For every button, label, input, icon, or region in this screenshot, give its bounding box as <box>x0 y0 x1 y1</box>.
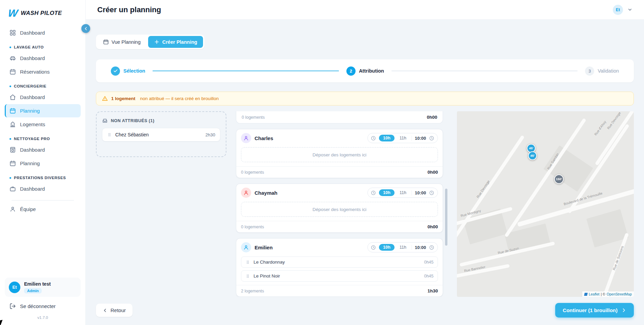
logo-icon: W <box>7 8 19 18</box>
sidebar-item-nettoyage-planning[interactable]: Planning <box>5 157 81 170</box>
unassigned-panel: NON ATTRIBUÉS (1) Chez Sébastien 2h30 <box>96 111 226 157</box>
openstreetmap-link[interactable]: OpenStreetMap <box>607 292 632 296</box>
unassigned-lodging-item[interactable]: Chez Sébastien 2h30 <box>102 128 220 141</box>
step-number-circle: 3 <box>585 66 594 76</box>
sidebar-item-dashboard[interactable]: Dashboard <box>5 26 81 39</box>
lodging-dropzone[interactable]: Déposer des logements ici <box>241 202 438 217</box>
start-time-value[interactable]: 10:00 <box>411 190 426 195</box>
step-connector <box>391 71 578 71</box>
lodging-name: Chez Sébastien <box>115 132 202 137</box>
user-avatar: Et <box>9 282 20 293</box>
sidebar-collapse-button[interactable] <box>81 24 90 33</box>
employee-card-chaymah: Chaymah 10h 11h 10:00 Déposer des logeme… <box>236 184 443 233</box>
section-title: LAVAGE AUTO <box>14 45 44 49</box>
role-badge: Admin <box>24 288 42 293</box>
sidebar-item-label: Réservations <box>20 69 50 75</box>
map-marker-45[interactable]: 45' <box>528 151 537 160</box>
sidebar-item-label: Équipe <box>20 206 36 212</box>
sidebar-item-conciergerie-dashboard[interactable]: Dashboard <box>5 91 81 104</box>
time-slot-selector: 10h 11h 10:00 <box>367 242 438 252</box>
slot-10h-button[interactable]: 10h <box>379 244 395 251</box>
map-marker-150[interactable]: 150' <box>554 174 564 184</box>
topbar-avatar[interactable]: Et <box>613 5 623 15</box>
time-slot-selector: 10h 11h 10:00 <box>367 188 438 198</box>
sidebar-item-equipe[interactable]: Équipe <box>5 203 81 216</box>
scrollbar-thumb[interactable] <box>445 189 447 246</box>
tab-creer-planning[interactable]: Créer Planning <box>148 36 203 48</box>
step-connector <box>153 71 339 71</box>
slot-11h-button[interactable]: 11h <box>398 244 408 251</box>
sidebar-user-card[interactable]: Et Emilien test Admin <box>5 278 81 297</box>
sidebar-item-prestations-dashboard[interactable]: Dashboard <box>5 182 81 195</box>
clock-icon[interactable] <box>429 136 434 141</box>
total-duration: 0h00 <box>427 224 438 229</box>
washing-machine-icon <box>9 147 16 153</box>
employee-avatar <box>241 188 251 198</box>
drag-handle-icon[interactable] <box>245 260 250 265</box>
sidebar-nav: Dashboard LAVAGE AUTO Dashboard Réservat… <box>0 26 85 216</box>
back-label: Retour <box>110 307 126 313</box>
sidebar-item-nettoyage-dashboard[interactable]: Dashboard <box>5 143 81 156</box>
lodging-count: 0 logements <box>242 115 265 120</box>
start-time-value[interactable]: 10:00 <box>411 136 426 141</box>
leaflet-icon <box>584 293 588 296</box>
sidebar-item-planning-active[interactable]: Planning <box>5 104 81 117</box>
slot-10h-button[interactable]: 10h <box>379 189 395 196</box>
sidebar-item-logements[interactable]: Logements <box>5 118 81 131</box>
sidebar-item-lavage-dashboard[interactable]: Dashboard <box>5 52 81 65</box>
employee-name: Chaymah <box>255 190 364 196</box>
logout-button[interactable]: Se déconnecter <box>0 299 85 313</box>
check-icon <box>113 69 118 73</box>
employee-name: Emilien <box>255 245 364 250</box>
chevron-down-icon[interactable] <box>627 7 632 12</box>
slot-11h-button[interactable]: 11h <box>398 189 408 196</box>
street-label: Rue d'Ahuy <box>593 120 607 136</box>
clock-icon[interactable] <box>371 245 376 250</box>
lodging-count: 0 logements <box>241 225 264 229</box>
drag-handle-icon[interactable] <box>107 132 112 137</box>
planning-tabs: Vue Planning Créer Planning <box>96 35 204 49</box>
slot-11h-button[interactable]: 11h <box>398 135 408 141</box>
map-attribution: Leaflet | © OpenStreetMap <box>582 291 634 297</box>
slot-10h-button[interactable]: 10h <box>379 135 395 141</box>
car-icon <box>9 55 16 61</box>
clock-icon[interactable] <box>371 136 376 141</box>
app-root: W WASH PILOTE Dashboard LAVAGE AUTO Dash… <box>0 0 644 325</box>
drag-handle-icon[interactable] <box>245 274 250 279</box>
tab-label: Créer Planning <box>162 39 197 45</box>
lodging-dropzone[interactable]: Déposer des logements ici <box>241 147 438 162</box>
step-selection[interactable]: Sélection <box>111 66 145 76</box>
calendar-icon <box>9 160 16 167</box>
tab-vue-planning[interactable]: Vue Planning <box>97 36 146 48</box>
clock-icon[interactable] <box>429 245 434 250</box>
unassigned-title: NON ATTRIBUÉS (1) <box>111 118 155 123</box>
employee-card-header: Charles 10h 11h 10:00 <box>236 129 443 147</box>
employee-name: Charles <box>255 135 364 141</box>
back-button[interactable]: Retour <box>96 304 133 317</box>
assigned-lodging-item[interactable]: Le Chardonnay 0h45 <box>241 256 438 268</box>
clock-icon[interactable] <box>429 190 434 195</box>
leaflet-link[interactable]: Leaflet <box>589 292 600 296</box>
sidebar: W WASH PILOTE Dashboard LAVAGE AUTO Dash… <box>0 0 86 325</box>
grid-icon <box>9 30 16 36</box>
continue-button[interactable]: Continuer (1 brouillon) <box>555 303 634 318</box>
attribution-columns: NON ATTRIBUÉS (1) Chez Sébastien 2h30 0 … <box>96 111 634 297</box>
chevron-left-icon <box>103 308 107 313</box>
step-attribution[interactable]: 2 Attribution <box>346 66 384 76</box>
section-bullet <box>9 138 11 140</box>
map-panel[interactable]: Rue Devosge Rue Devosge Rue d'Ahuy Rue S… <box>457 111 634 297</box>
start-time-value[interactable]: 10:00 <box>411 245 426 250</box>
sidebar-item-reservations[interactable]: Réservations <box>5 65 81 78</box>
sidebar-item-label: Dashboard <box>20 186 45 192</box>
assigned-lodging-item[interactable]: Le Pinot Noir 0h45 <box>241 270 438 282</box>
brand-logo[interactable]: W WASH PILOTE <box>0 0 85 26</box>
topbar-user-menu[interactable]: Et <box>613 5 632 15</box>
sidebar-item-label: Logements <box>20 121 45 127</box>
employee-card-header: Chaymah 10h 11h 10:00 <box>236 184 443 202</box>
tab-label: Vue Planning <box>112 39 141 45</box>
step-validation[interactable]: 3 Validation <box>585 66 619 76</box>
clock-icon[interactable] <box>371 190 376 195</box>
employee-card-partial: 0 logements 0h00 <box>236 111 443 123</box>
topbar: Créer un planning Et <box>86 0 644 20</box>
building-icon <box>9 121 16 128</box>
